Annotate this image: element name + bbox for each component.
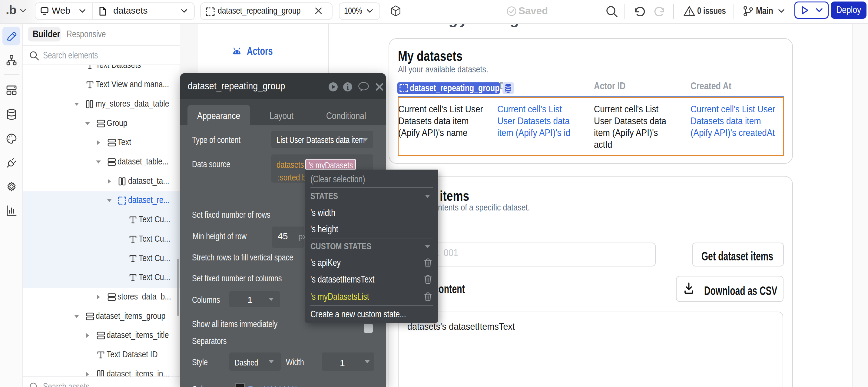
svg-text:i: i	[346, 83, 349, 92]
